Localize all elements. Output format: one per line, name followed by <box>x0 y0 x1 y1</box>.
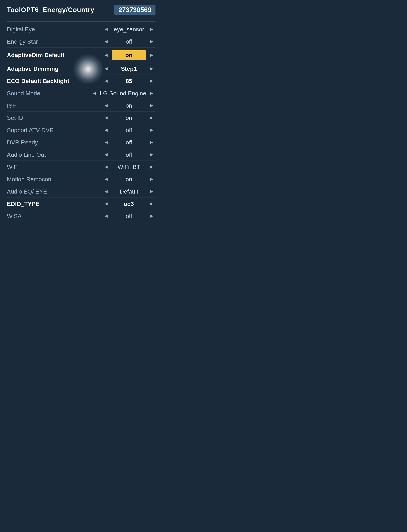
setting-row-energy-star: Energy Star◄off► <box>7 36 156 48</box>
control-adaptive-dim-default: ◄on► <box>90 50 156 60</box>
label-digital-eye: Digital Eye <box>7 26 90 33</box>
value-wifi: WiFi_BT <box>112 164 146 170</box>
value-sound-mode: LG Sound Engine <box>100 90 146 97</box>
arrow-left-isf[interactable]: ◄ <box>102 102 110 109</box>
arrow-left-wifi[interactable]: ◄ <box>102 163 110 170</box>
label-sound-mode: Sound Mode <box>7 90 90 97</box>
setting-row-audio-line-out: Audio Line Out◄off► <box>7 149 156 161</box>
arrow-right-dvr-ready[interactable]: ► <box>148 139 156 146</box>
control-isf: ◄on► <box>90 102 156 109</box>
setting-row-wifi: WiFi◄WiFi_BT► <box>7 161 156 173</box>
label-eco-default-backlight: ECO Default Backlight <box>7 78 90 84</box>
control-set-id: ◄on► <box>90 114 156 121</box>
arrow-right-audio-eq-eye[interactable]: ► <box>148 188 156 195</box>
arrow-left-eco-default-backlight[interactable]: ◄ <box>102 78 110 84</box>
label-wifi: WiFi <box>7 164 90 170</box>
arrow-left-dvr-ready[interactable]: ◄ <box>102 139 110 146</box>
arrow-right-wifi[interactable]: ► <box>148 163 156 170</box>
arrow-right-set-id[interactable]: ► <box>148 114 156 121</box>
arrow-left-motion-remocon[interactable]: ◄ <box>102 176 110 183</box>
control-audio-line-out: ◄off► <box>90 151 156 158</box>
arrow-left-sound-mode[interactable]: ◄ <box>91 90 98 97</box>
control-digital-eye: ◄eye_sensor► <box>90 26 156 33</box>
control-adaptive-dimming: ◄Step1► <box>90 65 156 72</box>
value-motion-remocon: on <box>112 176 146 183</box>
arrow-right-digital-eye[interactable]: ► <box>148 26 156 33</box>
arrow-left-wisa[interactable]: ◄ <box>102 213 110 219</box>
settings-list: Digital Eye◄eye_sensor►Energy Star◄off►A… <box>7 23 156 222</box>
label-motion-remocon: Motion Remocon <box>7 176 90 183</box>
arrow-left-adaptive-dimming[interactable]: ◄ <box>102 65 110 72</box>
page-title: ToolOPT6_Energy/Country <box>7 6 94 14</box>
setting-row-audio-eq-eye: Audio EQ/ EYE◄Default► <box>7 185 156 198</box>
arrow-left-edid-type[interactable]: ◄ <box>102 200 110 207</box>
arrow-right-isf[interactable]: ► <box>148 102 156 109</box>
setting-row-edid-type: EDID_TYPE◄ac3► <box>7 198 156 210</box>
arrow-left-adaptive-dim-default[interactable]: ◄ <box>102 52 110 59</box>
value-edid-type: ac3 <box>112 201 146 207</box>
label-adaptive-dimming: Adaptive Dimming <box>7 65 90 72</box>
arrow-left-audio-eq-eye[interactable]: ◄ <box>102 188 110 195</box>
value-wisa: off <box>112 213 146 219</box>
value-set-id: on <box>112 114 146 121</box>
header-divider <box>7 21 156 22</box>
arrow-left-digital-eye[interactable]: ◄ <box>102 26 110 33</box>
arrow-right-sound-mode[interactable]: ► <box>148 90 156 97</box>
arrow-right-edid-type[interactable]: ► <box>148 200 156 207</box>
control-edid-type: ◄ac3► <box>90 200 156 207</box>
value-digital-eye: eye_sensor <box>112 26 146 33</box>
control-audio-eq-eye: ◄Default► <box>90 188 156 195</box>
value-eco-default-backlight: 85 <box>112 78 146 84</box>
label-energy-star: Energy Star <box>7 38 90 45</box>
control-motion-remocon: ◄on► <box>90 176 156 183</box>
value-support-atv-dvr: off <box>112 127 146 134</box>
arrow-left-support-atv-dvr[interactable]: ◄ <box>102 127 110 134</box>
setting-row-wisa: WiSA◄off► <box>7 210 156 222</box>
setting-row-sound-mode: Sound Mode◄LG Sound Engine► <box>7 87 156 99</box>
setting-row-dvr-ready: DVR Ready◄off► <box>7 137 156 148</box>
arrow-right-audio-line-out[interactable]: ► <box>148 151 156 158</box>
setting-row-adaptive-dim-default: AdaptiveDim Default◄on► <box>7 48 156 62</box>
value-audio-eq-eye: Default <box>112 188 146 195</box>
arrow-right-support-atv-dvr[interactable]: ► <box>148 127 156 134</box>
control-wisa: ◄off► <box>90 213 156 219</box>
arrow-right-energy-star[interactable]: ► <box>148 38 156 45</box>
label-set-id: Set ID <box>7 114 90 121</box>
value-dvr-ready: off <box>112 139 146 146</box>
arrow-right-eco-default-backlight[interactable]: ► <box>148 78 156 84</box>
label-audio-line-out: Audio Line Out <box>7 151 90 158</box>
setting-row-isf: ISF◄on► <box>7 100 156 112</box>
control-dvr-ready: ◄off► <box>90 139 156 146</box>
arrow-left-audio-line-out[interactable]: ◄ <box>102 151 110 158</box>
setting-row-support-atv-dvr: Support ATV DVR◄off► <box>7 124 156 136</box>
header-row: ToolOPT6_Energy/Country 273730569 <box>7 5 156 16</box>
arrow-left-energy-star[interactable]: ◄ <box>102 38 110 45</box>
label-adaptive-dim-default: AdaptiveDim Default <box>7 52 90 58</box>
value-audio-line-out: off <box>112 151 146 158</box>
value-isf: on <box>112 102 146 109</box>
label-audio-eq-eye: Audio EQ/ EYE <box>7 188 90 195</box>
control-energy-star: ◄off► <box>90 38 156 45</box>
arrow-right-adaptive-dimming[interactable]: ► <box>148 65 156 72</box>
arrow-right-adaptive-dim-default[interactable]: ► <box>148 52 156 59</box>
setting-row-adaptive-dimming: Adaptive Dimming◄Step1► <box>7 63 156 75</box>
control-support-atv-dvr: ◄off► <box>90 127 156 134</box>
control-wifi: ◄WiFi_BT► <box>90 163 156 170</box>
setting-row-eco-default-backlight: ECO Default Backlight◄85► <box>7 75 156 87</box>
value-adaptive-dimming: Step1 <box>112 65 146 72</box>
value-energy-star: off <box>112 38 146 45</box>
arrow-right-wisa[interactable]: ► <box>148 213 156 219</box>
label-dvr-ready: DVR Ready <box>7 139 90 146</box>
control-sound-mode: ◄LG Sound Engine► <box>90 90 156 97</box>
label-edid-type: EDID_TYPE <box>7 201 90 207</box>
arrow-left-set-id[interactable]: ◄ <box>102 114 110 121</box>
value-adaptive-dim-default: on <box>112 50 146 60</box>
label-isf: ISF <box>7 102 90 109</box>
label-support-atv-dvr: Support ATV DVR <box>7 127 90 134</box>
setting-row-digital-eye: Digital Eye◄eye_sensor► <box>7 23 156 35</box>
arrow-right-motion-remocon[interactable]: ► <box>148 176 156 183</box>
control-eco-default-backlight: ◄85► <box>90 78 156 84</box>
setting-row-motion-remocon: Motion Remocon◄on► <box>7 173 156 185</box>
setting-row-set-id: Set ID◄on► <box>7 112 156 124</box>
label-wisa: WiSA <box>7 213 90 219</box>
